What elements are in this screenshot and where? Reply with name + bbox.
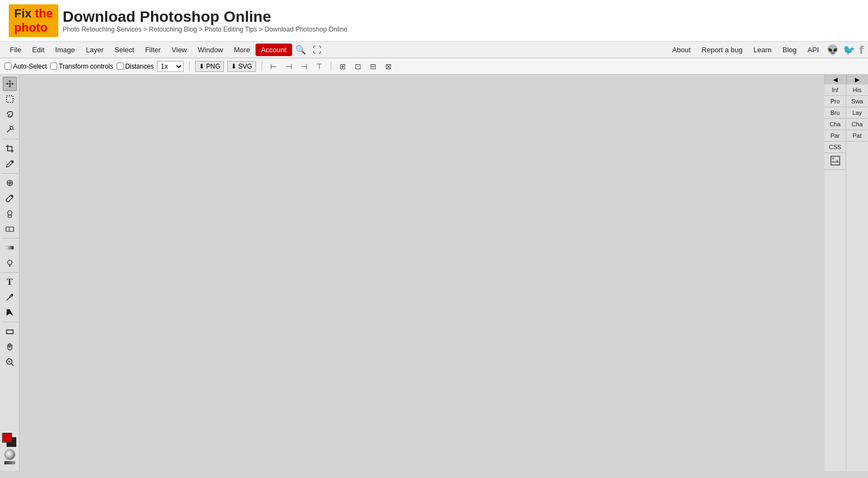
align-horizontal-centers-icon[interactable]: ⊣ (283, 60, 295, 72)
distances-input[interactable] (117, 63, 124, 70)
move-tool[interactable] (3, 77, 17, 91)
image-panel-tab[interactable] (824, 153, 846, 170)
report-bug-link[interactable]: Report a bug (699, 45, 746, 55)
screen-mode-icon[interactable] (4, 461, 15, 464)
hand-tool[interactable] (3, 340, 17, 354)
zoom-tool[interactable] (3, 355, 17, 369)
info-panel-tab[interactable]: Inf (824, 84, 846, 96)
stamp-tool[interactable] (3, 206, 17, 220)
collapse-right-button[interactable]: ▶ (847, 75, 869, 84)
align-right-edges-icon[interactable]: ⊣ (298, 60, 310, 72)
transform-controls-label: Transform controls (59, 63, 113, 70)
svg-rect-12 (8, 215, 11, 217)
align-left-edges-icon[interactable]: ⊢ (268, 60, 280, 72)
breadcrumb: Photo Retouching Services > Retouching B… (63, 26, 348, 33)
reddit-icon[interactable]: 👽 (827, 44, 839, 56)
heal-tool[interactable] (3, 176, 17, 190)
history-panel-tab[interactable]: His (846, 84, 868, 96)
pen-tool[interactable] (3, 290, 17, 304)
left-toolbar: T (0, 75, 20, 471)
text-tool-icon: T (7, 277, 13, 287)
svg-point-25 (832, 157, 834, 160)
transform-controls-checkbox[interactable]: Transform controls (50, 63, 113, 70)
collapse-left-button[interactable]: ◀ (825, 75, 847, 84)
distribute-left-icon[interactable]: ⊞ (337, 60, 349, 72)
svg-line-21 (11, 364, 14, 366)
color-pair[interactable] (2, 433, 17, 448)
menu-file[interactable]: File (4, 44, 27, 56)
svg-rect-19 (7, 330, 13, 334)
distances-label: Distances (125, 63, 154, 70)
api-link[interactable]: API (804, 45, 822, 55)
foreground-color[interactable] (2, 433, 12, 443)
distribute-right-icon[interactable]: ⊟ (367, 60, 379, 72)
svg-rect-15 (6, 246, 14, 249)
sep2 (262, 62, 262, 71)
options-toolbar: Auto-Select Transform controls Distances… (0, 58, 868, 75)
shape-tool[interactable] (3, 324, 17, 339)
auto-select-checkbox[interactable]: Auto-Select (4, 63, 47, 70)
magic-wand-tool[interactable] (3, 122, 17, 137)
menu-window[interactable]: Window (192, 44, 228, 56)
menu-more[interactable]: More (228, 44, 256, 56)
distances-checkbox[interactable]: Distances (117, 63, 154, 70)
auto-select-input[interactable] (4, 63, 11, 70)
about-link[interactable]: About (669, 45, 694, 55)
brush-tool[interactable] (3, 191, 17, 205)
app-header: Fix thephoto Download Photoshop Online P… (0, 0, 868, 42)
paragraphs-panel-tab[interactable]: Par (824, 130, 846, 142)
dodge-tool[interactable] (3, 256, 17, 270)
export-png-button[interactable]: ⬇ PNG (195, 61, 224, 72)
menu-edit[interactable]: Edit (27, 44, 50, 56)
layers-panel-tab[interactable]: Lay (846, 107, 868, 119)
properties-panel-tab[interactable]: Pro (824, 96, 846, 107)
search-icon[interactable]: 🔍 (292, 44, 309, 56)
menu-account[interactable]: Account (256, 44, 292, 56)
transform-controls-input[interactable] (50, 63, 57, 70)
eraser-tool[interactable] (3, 222, 17, 236)
svg-rect-0 (7, 96, 13, 102)
brush-panel-tab[interactable]: Bru (824, 107, 846, 119)
logo[interactable]: Fix thephoto Download Photoshop Online P… (9, 4, 348, 37)
css-panel-tab[interactable]: CSS (824, 142, 846, 153)
menu-layer[interactable]: Layer (81, 44, 110, 56)
blog-link[interactable]: Blog (779, 45, 800, 55)
right-panels: ◀ ▶ Inf Pro Bru Cha Par CSS His Swa Lay (824, 75, 868, 471)
learn-link[interactable]: Learn (750, 45, 775, 55)
patterns-panel-tab[interactable]: Pat (846, 130, 868, 142)
quick-mask-icon[interactable] (4, 449, 15, 460)
swatches-panel-tab[interactable]: Swa (846, 96, 868, 107)
svg-point-2 (10, 126, 13, 130)
align-bottom-icon[interactable]: ⊤ (313, 60, 325, 72)
export-svg-button[interactable]: ⬇ SVG (227, 61, 256, 72)
character-panel-tab[interactable]: Cha (846, 119, 868, 130)
svg-point-18 (11, 295, 13, 296)
menu-select[interactable]: Select (109, 44, 139, 56)
twitter-icon[interactable]: 🐦 (843, 44, 855, 56)
crop-tool[interactable] (3, 142, 17, 156)
site-title: Download Photoshop Online (63, 8, 348, 26)
gradient-tool[interactable] (3, 241, 17, 255)
tool-sep3 (1, 238, 18, 238)
svg-label: SVG (238, 63, 252, 70)
fullscreen-icon[interactable]: ⛶ (309, 44, 325, 56)
channels-panel-tab[interactable]: Cha (824, 119, 846, 130)
menu-view[interactable]: View (166, 44, 192, 56)
path-select-tool[interactable] (3, 305, 17, 320)
distribute-center-icon[interactable]: ⊡ (352, 60, 364, 72)
menu-filter[interactable]: Filter (139, 44, 166, 56)
svg-rect-13 (6, 227, 14, 231)
main-layout: T (0, 75, 868, 471)
svg-point-10 (11, 195, 13, 197)
distribute-spacing-icon[interactable]: ⊠ (383, 60, 394, 72)
eyedropper-tool[interactable] (3, 157, 17, 171)
text-tool[interactable]: T (3, 275, 17, 289)
marquee-tool[interactable] (3, 92, 17, 106)
svg-point-16 (8, 260, 12, 265)
facebook-icon[interactable]: 𝕗 (859, 44, 864, 56)
lasso-tool[interactable] (3, 107, 17, 121)
menubar-right: About Report a bug Learn Blog API 👽 🐦 𝕗 (669, 44, 864, 56)
menu-image[interactable]: Image (50, 44, 80, 56)
canvas-area (20, 75, 824, 471)
zoom-select[interactable]: 1x 2x 0.5x (157, 61, 184, 72)
